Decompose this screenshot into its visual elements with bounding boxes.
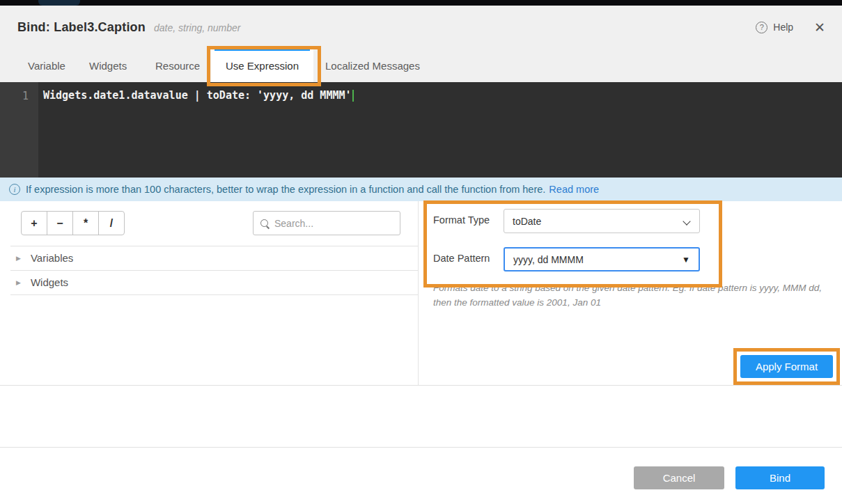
info-icon: i (9, 184, 20, 195)
expression-tree: ▶ Variables ▶ Widgets (10, 246, 418, 295)
triangle-right-icon: ▶ (16, 279, 21, 286)
tab-localized-messages[interactable]: Localized Messages (325, 49, 420, 82)
help-icon: ? (756, 22, 767, 33)
format-description-line1: Formats date to a string based on the gi… (433, 281, 837, 295)
bind-button[interactable]: Bind (735, 466, 825, 489)
format-type-label: Format Type (433, 214, 490, 226)
info-banner: i If expression is more than 100 charact… (0, 178, 842, 201)
page-subtitle: date, string, number (154, 21, 241, 33)
expression-editor[interactable]: 1 Widgets.date1.datavalue | toDate: 'yyy… (0, 82, 842, 178)
tab-widgets[interactable]: Widgets (89, 49, 127, 82)
chevron-down-icon (683, 217, 691, 225)
background-window-fragment (38, 0, 80, 6)
tree-item-widgets[interactable]: ▶ Widgets (10, 271, 418, 296)
plus-operator-button[interactable]: + (22, 212, 47, 235)
tab-use-expression-label: Use Expression (226, 60, 299, 72)
header-actions: ? Help ✕ (756, 21, 825, 34)
help-button[interactable]: ? Help (756, 22, 793, 33)
tree-item-label: Variables (31, 252, 73, 264)
section-divider (0, 385, 842, 386)
editor-gutter: 1 (0, 82, 38, 178)
cancel-button[interactable]: Cancel (634, 466, 724, 489)
line-number: 1 (22, 90, 29, 102)
format-panel: Format Type toDate Date Pattern yyyy, dd… (418, 201, 842, 385)
info-text: If expression is more than 100 character… (26, 184, 545, 195)
triangle-right-icon: ▶ (16, 255, 21, 262)
format-description-line2: then the formatted value is 2001, Jan 01 (433, 295, 837, 310)
tab-use-expression[interactable]: Use Expression (211, 49, 313, 82)
apply-format-button[interactable]: Apply Format (740, 355, 833, 378)
format-description: Formats date to a string based on the gi… (433, 281, 837, 310)
tab-resource[interactable]: Resource (155, 49, 200, 82)
page-title: Bind: Label3.Caption (17, 20, 146, 35)
date-pattern-select[interactable]: yyyy, dd MMMM ▼ (504, 247, 700, 271)
format-type-value: toDate (513, 216, 683, 227)
bind-dialog: Bind: Label3.Caption date, string, numbe… (0, 0, 842, 504)
main-panels: + − * / ▶ Variables ▶ Widgets Format Typ… (0, 201, 842, 385)
tab-variable[interactable]: Variable (28, 49, 65, 82)
search-input[interactable] (274, 218, 386, 229)
dialog-header: Bind: Label3.Caption date, string, numbe… (0, 6, 842, 49)
operator-button-group: + − * / (21, 211, 125, 235)
format-type-select[interactable]: toDate (504, 209, 700, 233)
minus-operator-button[interactable]: − (47, 212, 73, 235)
code-text: Widgets.date1.datavalue | toDate: 'yyyy,… (43, 89, 352, 102)
caret-down-icon: ▼ (682, 255, 690, 265)
tree-item-label: Widgets (31, 276, 68, 288)
multiply-operator-button[interactable]: * (73, 212, 99, 235)
close-icon[interactable]: ✕ (814, 21, 825, 34)
read-more-link[interactable]: Read more (549, 184, 599, 195)
date-pattern-value: yyyy, dd MMMM (513, 254, 682, 265)
date-pattern-label: Date Pattern (433, 253, 490, 264)
tab-bar: Variable Widgets Resource Use Expression… (0, 49, 842, 82)
divide-operator-button[interactable]: / (99, 212, 124, 235)
search-icon (260, 219, 269, 228)
tree-item-variables[interactable]: ▶ Variables (10, 246, 418, 271)
top-browser-bar (0, 0, 842, 6)
search-field (253, 211, 400, 235)
text-cursor (352, 90, 354, 102)
expression-code[interactable]: Widgets.date1.datavalue | toDate: 'yyyy,… (43, 89, 354, 102)
help-label: Help (773, 22, 793, 33)
footer-divider (0, 447, 842, 448)
active-tab-indicator (215, 49, 310, 51)
